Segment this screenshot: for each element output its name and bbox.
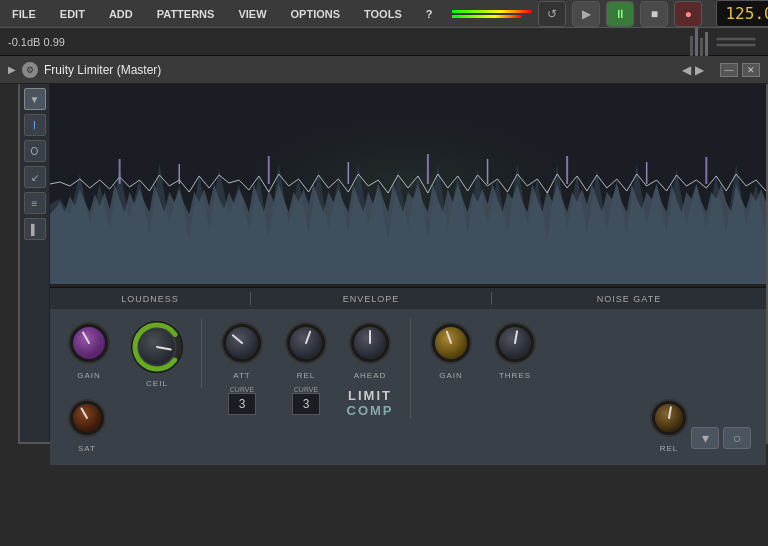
gain-knob-label: GAIN xyxy=(77,371,101,380)
gain-knob[interactable] xyxy=(65,319,113,367)
menu-options[interactable]: OPTIONS xyxy=(287,6,345,22)
level-display: -0.1dB 0.99 xyxy=(8,36,65,48)
menu-tools[interactable]: TOOLS xyxy=(360,6,406,22)
menu-bar: FILE EDIT ADD PATTERNS VIEW OPTIONS TOOL… xyxy=(0,0,768,28)
gain-brown-knob-group: GAIN xyxy=(427,319,475,380)
thres-knob-group: THRES xyxy=(491,319,539,380)
plugin-title: Fruity Limiter (Master) xyxy=(44,63,676,77)
rel-knob-label: REL xyxy=(297,371,316,380)
section-labels: LOUDNESS ENVELOPE NOISE GATE xyxy=(50,287,766,309)
knobs-area: GAIN xyxy=(50,309,766,465)
menu-help[interactable]: ? xyxy=(422,6,437,22)
plugin-titlebar: ▶ ⚙ Fruity Limiter (Master) ◀ ▶ — ✕ xyxy=(0,56,768,84)
sidebar-tool-draw[interactable]: O xyxy=(24,140,46,162)
gain-knob-group: GAIN xyxy=(65,319,113,380)
waveform-display xyxy=(50,84,766,284)
rel-bottom-knob-group: REL xyxy=(647,396,691,453)
play-button[interactable]: ▶ xyxy=(572,1,600,27)
plugin-prev-arrow[interactable]: ▶ xyxy=(8,64,16,75)
noise-gate-label: NOISE GATE xyxy=(492,294,766,304)
thres-knob-label: THRES xyxy=(499,371,531,380)
sat-knob-label: SAT xyxy=(78,444,96,453)
ceil-knob[interactable] xyxy=(129,319,185,375)
att-knob-label: ATT xyxy=(233,371,251,380)
att-knob[interactable] xyxy=(218,319,266,367)
close-button[interactable]: ✕ xyxy=(742,63,760,77)
gain-brown-knob-label: GAIN xyxy=(439,371,463,380)
envelope-label: ENVELOPE xyxy=(251,294,491,304)
bpm-display: 125.000 xyxy=(716,0,768,27)
sat-knob-group: SAT xyxy=(65,396,109,453)
sidebar-tool-pointer[interactable]: I xyxy=(24,114,46,136)
sidebar-tool-erase[interactable]: ↙ xyxy=(24,166,46,188)
menu-file[interactable]: FILE xyxy=(8,6,40,22)
ceil-knob-label: CEIL xyxy=(146,379,168,388)
record-button[interactable]: ● xyxy=(674,1,702,27)
menu-add[interactable]: ADD xyxy=(105,6,137,22)
rel-knob[interactable] xyxy=(282,319,330,367)
menu-view[interactable]: VIEW xyxy=(234,6,270,22)
gain-brown-knob[interactable] xyxy=(427,319,475,367)
sat-knob[interactable] xyxy=(65,396,109,440)
thres-knob[interactable] xyxy=(491,319,539,367)
nav-up-button[interactable]: ○ xyxy=(723,427,751,449)
ceil-knob-group: CEIL xyxy=(129,319,185,388)
loudness-label: LOUDNESS xyxy=(50,294,250,304)
plugin-nav-left[interactable]: ◀ xyxy=(682,63,691,77)
minimize-button[interactable]: — xyxy=(720,63,738,77)
pause-button[interactable]: ⏸ xyxy=(606,1,634,27)
nav-down-button[interactable]: ▾ xyxy=(691,427,719,449)
plugin-nav-right[interactable]: ▶ xyxy=(695,63,704,77)
rel-bottom-knob-label: REL xyxy=(660,444,679,453)
sidebar-tool-select[interactable]: ≡ xyxy=(24,192,46,214)
plugin-body: ▼ I O ↙ ≡ ▌ xyxy=(18,84,768,444)
stop-button[interactable]: ■ xyxy=(640,1,668,27)
plugin-gear-icon[interactable]: ⚙ xyxy=(22,62,38,78)
loop-button[interactable]: ↺ xyxy=(538,1,566,27)
ahead-knob[interactable] xyxy=(346,319,394,367)
plugin-sidebar: ▼ I O ↙ ≡ ▌ xyxy=(20,84,50,442)
menu-patterns[interactable]: PATTERNS xyxy=(153,6,219,22)
menu-edit[interactable]: EDIT xyxy=(56,6,89,22)
sidebar-tool-scroll[interactable]: ▼ xyxy=(24,88,46,110)
rel-bottom-knob[interactable] xyxy=(647,396,691,440)
sidebar-tool-zoom[interactable]: ▌ xyxy=(24,218,46,240)
ahead-knob-label: AHEAD xyxy=(354,371,387,380)
